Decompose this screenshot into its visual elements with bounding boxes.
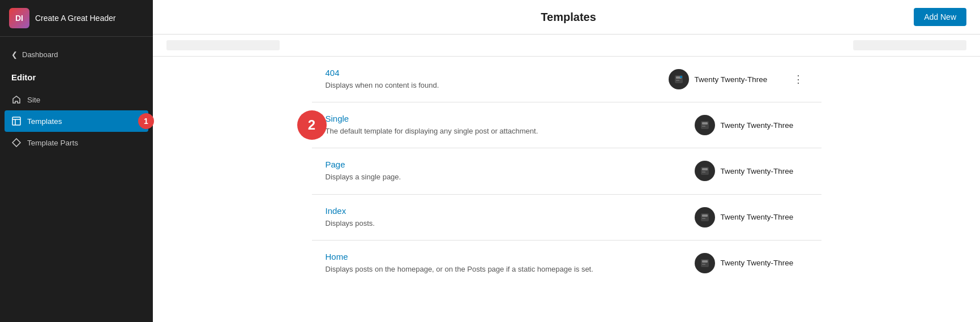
chevron-left-icon: ❮ [11, 50, 18, 59]
page-title: Templates [223, 11, 914, 24]
svg-rect-16 [702, 218, 705, 219]
more-options-button-404[interactable]: ⋮ [789, 71, 808, 88]
single-badge: 2 [297, 110, 327, 140]
theme-logo-icon [673, 74, 684, 85]
theme-name-home: Twenty Twenty-Three [721, 259, 794, 267]
dashboard-back-link[interactable]: ❮ Dashboard [0, 46, 153, 63]
svg-rect-15 [702, 214, 708, 217]
template-desc-home: Displays posts on the homepage, or on th… [326, 265, 593, 273]
sidebar-item-templates[interactable]: Templates 1 [5, 110, 148, 132]
table-row: Index Displays posts. Twenty Twen [312, 195, 821, 241]
theme-icon-home [695, 253, 715, 273]
template-name-index[interactable]: Index [326, 206, 681, 216]
theme-icon-404 [669, 69, 689, 89]
templates-badge: 1 [138, 113, 154, 129]
theme-name-index: Twenty Twenty-Three [721, 213, 794, 221]
table-row: 2 Single The default template for displa… [312, 102, 821, 148]
template-theme-index: Twenty Twenty-Three [695, 207, 808, 227]
theme-logo-icon [699, 212, 711, 223]
svg-marker-3 [12, 139, 20, 147]
svg-rect-18 [702, 260, 708, 263]
template-name-page[interactable]: Page [326, 160, 681, 169]
sidebar-title: Create A Great Header [35, 13, 115, 23]
svg-rect-9 [702, 122, 708, 124]
partial-scroll-row [153, 35, 980, 57]
sidebar-nav: ❮ Dashboard Editor Site Templates [0, 37, 153, 162]
template-desc-page: Displays a single page. [326, 173, 401, 181]
sidebar-logo: DI [9, 8, 29, 28]
theme-name-404: Twenty Twenty-Three [695, 75, 768, 84]
sidebar-item-template-parts[interactable]: Template Parts [0, 132, 153, 153]
svg-rect-19 [702, 264, 705, 265]
svg-rect-6 [676, 80, 679, 81]
sidebar-item-site[interactable]: Site [0, 89, 153, 110]
main-header: Templates Add New [153, 0, 980, 35]
template-info-index: Index Displays posts. [326, 206, 681, 229]
template-info-page: Page Displays a single page. [326, 160, 681, 182]
diamond-icon [11, 138, 22, 148]
svg-rect-12 [702, 168, 708, 170]
svg-rect-0 [12, 117, 20, 125]
table-row: Page Displays a single page. Twen [312, 148, 821, 194]
editor-label: Editor [0, 68, 153, 89]
svg-rect-13 [702, 171, 705, 173]
theme-icon-page [695, 161, 715, 181]
template-theme-page: Twenty Twenty-Three [695, 161, 808, 181]
template-desc-single: The default template for displaying any … [326, 127, 538, 135]
table-row: 404 Displays when no content is found. [312, 57, 821, 102]
template-desc-404: Displays when no content is found. [326, 81, 439, 89]
template-name-404[interactable]: 404 [326, 68, 655, 78]
template-info-single: Single The default template for displayi… [326, 114, 681, 136]
svg-rect-10 [702, 126, 705, 127]
template-name-home[interactable]: Home [326, 252, 681, 261]
theme-name-single: Twenty Twenty-Three [721, 121, 794, 130]
template-info-home: Home Displays posts on the homepage, or … [326, 252, 681, 274]
template-theme-single: Twenty Twenty-Three [695, 115, 808, 135]
home-icon [11, 95, 22, 105]
theme-icon-single [695, 115, 715, 135]
theme-name-page: Twenty Twenty-Three [721, 167, 794, 175]
template-theme-home: Twenty Twenty-Three [695, 253, 808, 273]
template-theme-404: Twenty Twenty-Three [669, 69, 782, 89]
theme-logo-icon [699, 165, 711, 177]
theme-logo-icon [699, 119, 711, 131]
templates-list-container: 404 Displays when no content is found. [153, 35, 980, 322]
sidebar-header: DI Create A Great Header [0, 0, 153, 37]
layout-icon [11, 116, 22, 126]
table-row: Home Displays posts on the homepage, or … [312, 241, 821, 286]
template-desc-index: Displays posts. [326, 219, 375, 227]
theme-logo-icon [699, 257, 711, 269]
template-info-404: 404 Displays when no content is found. [326, 68, 655, 91]
template-name-single[interactable]: Single [326, 114, 681, 123]
main-content: Templates Add New 404 Displays when no c… [153, 0, 980, 322]
theme-icon-index [695, 207, 715, 227]
svg-point-7 [680, 76, 682, 78]
add-new-button[interactable]: Add New [914, 8, 966, 26]
template-list: 404 Displays when no content is found. [312, 57, 821, 286]
sidebar: DI Create A Great Header ❮ Dashboard Edi… [0, 0, 153, 322]
